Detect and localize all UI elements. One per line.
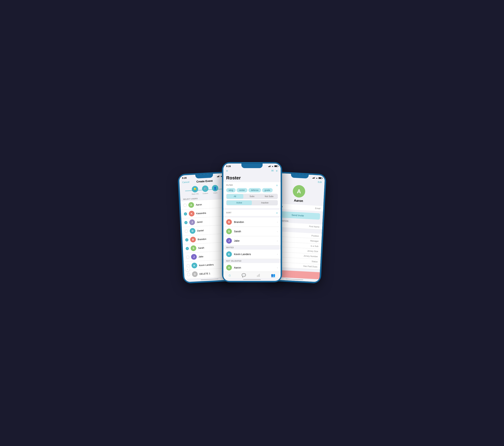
roster-name: Kevin Landers <box>234 253 275 256</box>
user-name: Kevin Landers <box>199 263 214 267</box>
user-checkbox[interactable] <box>186 255 189 259</box>
user-checkbox[interactable]: ✓ <box>186 247 189 250</box>
filter-tag[interactable]: center <box>237 188 247 192</box>
roster-item[interactable]: KKevin Landers› <box>223 250 281 259</box>
tab-bar: ⌂ 💬 👥 <box>223 271 281 278</box>
signal-icon-right <box>312 177 315 178</box>
add-icon[interactable]: + <box>276 169 278 173</box>
roster-avatar: B <box>226 219 232 225</box>
user-checkbox[interactable] <box>183 203 187 207</box>
user-avatar: A <box>188 202 194 208</box>
filter-tag[interactable]: goalie <box>262 188 273 192</box>
field-label: Is a Sub <box>310 245 319 248</box>
user-checkbox[interactable] <box>187 273 190 276</box>
user-name: Kasandra <box>196 212 206 214</box>
roster-title: Roster <box>223 175 281 182</box>
notch-center <box>241 163 263 168</box>
filter-chevron-icon[interactable]: ∧ <box>276 184 278 187</box>
field-label: Status <box>312 260 318 263</box>
time-center: 9:28 <box>226 165 231 168</box>
user-checkbox[interactable] <box>187 264 190 268</box>
chevron-right-icon: › <box>277 266 278 269</box>
roster-avatar: J <box>226 238 232 244</box>
user-name: Aaron <box>196 203 202 206</box>
user-checkbox[interactable]: ✓ <box>184 221 188 224</box>
user-avatar: J <box>189 219 195 225</box>
tab-home[interactable]: ⌂ <box>229 273 231 277</box>
user-name: Brandon <box>198 237 206 241</box>
roster-item[interactable]: AAaron› <box>223 263 281 271</box>
roster-section-label: NOT VALIDATED <box>223 259 281 263</box>
cancel-button[interactable]: Cancel <box>182 180 189 183</box>
battery-icon-right <box>319 177 322 179</box>
user-avatar: S <box>190 245 197 251</box>
step-circle-basic: 💡 <box>192 186 198 193</box>
field-label: Jersey Size <box>307 250 318 253</box>
hamburger-icon[interactable]: ≡ <box>226 169 228 173</box>
user-name: Jared <box>197 220 202 223</box>
step-custom[interactable]: ⚙️ Custom <box>202 185 209 195</box>
tab-stats[interactable] <box>257 274 260 277</box>
filter-tag[interactable]: wing <box>226 188 235 192</box>
user-checkbox[interactable] <box>185 230 188 233</box>
user-avatar: D <box>192 271 198 277</box>
active-toggle-group: ActiveInactive <box>226 200 278 205</box>
user-checkbox[interactable]: ✓ <box>185 238 189 241</box>
filter-section: FILTER ∧ wingcenterdefensegoalie AllSubs… <box>223 182 281 208</box>
subs-tab-all[interactable]: All <box>227 194 243 199</box>
field-label: Manager <box>310 240 319 242</box>
tab-people[interactable]: 👥 <box>271 273 275 277</box>
mail-icon[interactable]: ✉ <box>271 169 273 173</box>
active-tab-active[interactable]: Active <box>227 200 252 205</box>
sort-chevron-icon: ∨ <box>276 212 278 214</box>
time-left: 9:28 <box>182 177 187 179</box>
svg-rect-2 <box>259 274 260 277</box>
status-icons-center: ▲ <box>268 165 278 167</box>
roster-item[interactable]: JJake› <box>223 236 281 246</box>
user-avatar: K <box>191 263 197 268</box>
signal-icon-left <box>217 175 220 177</box>
field-label: Has Paid Dues <box>303 265 317 268</box>
roster-avatar: A <box>226 265 232 270</box>
step-basic-info[interactable]: 💡 Basic Info <box>191 186 199 195</box>
center-phone: 9:28 ▲ ≡ ✉ <box>222 162 282 282</box>
filter-tag[interactable]: defense <box>249 188 261 192</box>
sort-section[interactable]: SORT ∨ <box>223 210 281 216</box>
step-label-custom: Custom <box>203 192 208 195</box>
wifi-icon-right: ▲ <box>316 177 318 179</box>
edit-button[interactable]: Edit <box>318 180 322 183</box>
roster-item[interactable]: BBrandon› <box>223 217 281 227</box>
profile-avatar-initial: A <box>297 188 301 195</box>
status-icons-right: ▲ <box>312 177 322 179</box>
user-name: Jake <box>198 255 203 258</box>
roster-item[interactable]: SSarah› <box>223 227 281 236</box>
user-avatar: D <box>190 228 196 234</box>
roster-name: Brandon <box>234 220 275 223</box>
roster-name: Sarah <box>234 230 275 233</box>
app-scene: 9:28 ▲ Cancel Create Event <box>177 157 327 289</box>
battery-icon-center <box>274 165 278 167</box>
tab-chat[interactable]: 💬 <box>242 273 246 277</box>
roster-name: Aaron <box>234 266 275 269</box>
user-checkbox[interactable]: ✓ <box>184 212 187 215</box>
home-indicator-right <box>286 278 303 280</box>
center-screen: 9:28 ▲ ≡ ✉ <box>223 163 281 281</box>
home-indicator-center <box>243 279 261 280</box>
home-indicator-left <box>201 278 218 280</box>
field-label: Jersey Number <box>304 254 318 258</box>
step-label-basic: Basic Info <box>192 193 199 195</box>
step-users[interactable]: 👤 Users <box>212 185 218 194</box>
user-name: Daniel <box>197 229 204 232</box>
filter-tags: wingcenterdefensegoalie <box>226 188 278 192</box>
filter-label: FILTER <box>226 184 233 186</box>
subs-tab-not-subs[interactable]: Not Subs <box>261 194 277 199</box>
user-name: Sarah <box>198 246 204 249</box>
center-nav-header: ≡ ✉ + <box>223 168 281 175</box>
subs-tab-subs[interactable]: Subs <box>244 194 260 199</box>
roster-name: Jake <box>234 239 275 242</box>
signal-icon-center <box>268 165 271 167</box>
step-label-users: Users <box>213 192 217 194</box>
email-label: Email <box>315 207 321 210</box>
active-tab-inactive[interactable]: Inactive <box>252 200 277 205</box>
create-event-title: Create Event <box>196 179 213 183</box>
